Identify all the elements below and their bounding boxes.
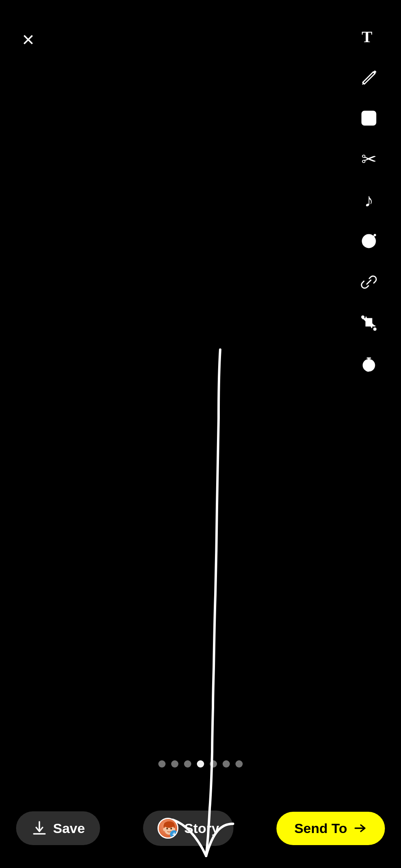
story-button[interactable]: + Story bbox=[143, 811, 233, 846]
dot-4 bbox=[197, 760, 204, 768]
save-label: Save bbox=[53, 821, 85, 836]
lens-tool[interactable] bbox=[357, 229, 381, 253]
timer-tool[interactable] bbox=[357, 352, 381, 376]
svg-point-11 bbox=[170, 828, 172, 829]
send-to-label: Send To bbox=[294, 821, 347, 836]
svg-point-13 bbox=[163, 828, 166, 831]
send-to-button[interactable]: Send To bbox=[276, 812, 385, 845]
right-toolbar: T ✂ ♪ bbox=[357, 24, 381, 376]
save-icon bbox=[31, 820, 47, 836]
dot-6 bbox=[223, 760, 230, 768]
svg-point-4 bbox=[374, 234, 376, 236]
svg-point-6 bbox=[361, 315, 364, 319]
svg-text:T: T bbox=[362, 28, 372, 45]
dot-2 bbox=[171, 760, 178, 768]
svg-point-10 bbox=[166, 828, 168, 829]
close-button[interactable]: × bbox=[22, 29, 34, 50]
bottom-bar: Save bbox=[0, 811, 401, 846]
page-indicator bbox=[158, 760, 243, 768]
music-tool[interactable]: ♪ bbox=[357, 188, 381, 212]
dot-3 bbox=[184, 760, 191, 768]
story-label: Story bbox=[184, 821, 219, 836]
crop-tool[interactable] bbox=[357, 311, 381, 335]
send-arrow-icon bbox=[353, 821, 367, 835]
svg-point-3 bbox=[366, 238, 372, 244]
svg-point-12 bbox=[164, 821, 174, 828]
svg-point-5 bbox=[373, 328, 376, 331]
svg-rect-1 bbox=[362, 111, 376, 125]
dot-5 bbox=[210, 760, 217, 768]
link-tool[interactable] bbox=[357, 270, 381, 294]
drawn-arrow bbox=[0, 0, 401, 868]
save-button[interactable]: Save bbox=[16, 811, 100, 845]
dot-7 bbox=[235, 760, 243, 768]
draw-tool[interactable] bbox=[357, 65, 381, 89]
dot-1 bbox=[158, 760, 166, 768]
text-tool[interactable]: T bbox=[357, 24, 381, 48]
sticker-tool[interactable] bbox=[357, 106, 381, 130]
story-avatar: + bbox=[158, 818, 178, 839]
scissors-tool[interactable]: ✂ bbox=[357, 147, 381, 171]
